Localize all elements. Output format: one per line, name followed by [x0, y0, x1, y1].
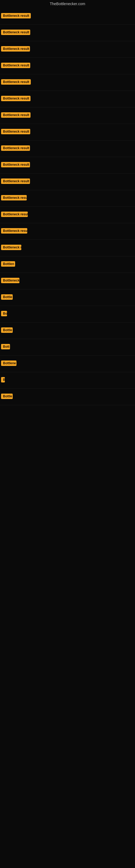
page-container: TheBottlenecker.com Bottleneck resultBot…: [0, 0, 135, 868]
bottleneck-badge[interactable]: Bottleneck result: [1, 162, 30, 167]
bottleneck-item: Bo: [0, 306, 135, 322]
bottleneck-badge[interactable]: Bottleneck result: [1, 63, 30, 68]
bottleneck-badge[interactable]: Bottleneck result: [1, 145, 30, 151]
bottleneck-badge[interactable]: Bottle: [1, 294, 13, 300]
bottleneck-badge[interactable]: Bottleneck result: [1, 30, 30, 35]
bottleneck-badge[interactable]: Bo: [1, 311, 7, 316]
bottleneck-item: Bottleneck result: [0, 8, 135, 25]
bottleneck-badge[interactable]: Bottleneck result: [1, 179, 30, 184]
bottleneck-badge[interactable]: Bottleneck result: [1, 79, 31, 85]
bottleneck-item: Bottle: [0, 389, 135, 405]
bottleneck-badge[interactable]: Bottle: [1, 328, 13, 333]
bottleneck-item: Bottleneck result: [0, 74, 135, 91]
bottleneck-item: Bottleneck resul: [0, 207, 135, 223]
items-container: Bottleneck resultBottleneck resultBottle…: [0, 8, 135, 405]
bottleneck-badge[interactable]: Bottleneck result: [1, 112, 31, 118]
bottleneck-item: Bottleneck result: [0, 58, 135, 74]
bottleneck-badge[interactable]: Bottleneck resu: [1, 195, 27, 200]
bottleneck-item: B: [0, 372, 135, 389]
bottleneck-item: Bottleneck result: [0, 174, 135, 190]
bottleneck-badge[interactable]: Bottlene: [1, 361, 16, 366]
bottleneck-item: Bottleneck: [0, 273, 135, 289]
bottleneck-badge[interactable]: B: [1, 377, 5, 382]
bottleneck-item: Bottlene: [0, 355, 135, 372]
bottleneck-item: Bottleneck resu: [0, 190, 135, 207]
bottleneck-badge[interactable]: Bottleneck resul: [1, 228, 27, 234]
bottleneck-badge[interactable]: Bottleneck result: [1, 96, 31, 101]
bottleneck-item: Bottleneck r: [0, 240, 135, 256]
bottleneck-item: Bottleneck result: [0, 25, 135, 41]
bottleneck-item: Bottleneck result: [0, 41, 135, 58]
bottleneck-item: Bottle: [0, 322, 135, 339]
bottleneck-item: Bottleneck result: [0, 107, 135, 124]
bottleneck-item: Bottleneck result: [0, 91, 135, 107]
bottleneck-badge[interactable]: Bottleneck resul: [1, 212, 28, 217]
bottleneck-badge[interactable]: Bottle: [1, 394, 13, 399]
bottleneck-badge[interactable]: Bottleneck result: [1, 13, 31, 19]
bottleneck-badge[interactable]: Bottleneck r: [1, 245, 21, 250]
bottleneck-item: Bottleneck result: [0, 124, 135, 141]
bottleneck-badge[interactable]: Bott: [1, 344, 10, 349]
bottleneck-item: Bottlen: [0, 256, 135, 273]
bottleneck-item: Bott: [0, 339, 135, 355]
bottleneck-badge[interactable]: Bottleneck: [1, 278, 19, 283]
bottleneck-item: Bottleneck result: [0, 141, 135, 157]
bottleneck-badge[interactable]: Bottleneck result: [1, 46, 30, 52]
bottleneck-item: Bottleneck result: [0, 157, 135, 174]
bottleneck-badge[interactable]: Bottlen: [1, 261, 15, 267]
site-title: TheBottlenecker.com: [0, 0, 135, 8]
bottleneck-item: Bottleneck resul: [0, 223, 135, 240]
bottleneck-item: Bottle: [0, 289, 135, 306]
bottleneck-badge[interactable]: Bottleneck result: [1, 129, 30, 134]
